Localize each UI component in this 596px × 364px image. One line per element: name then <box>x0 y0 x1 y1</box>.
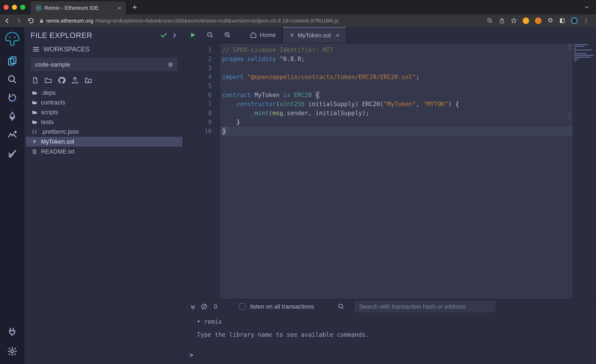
terminal-clear-icon[interactable] <box>201 303 207 310</box>
terminal-line: remix <box>204 318 222 325</box>
browser-forward-button[interactable] <box>15 17 22 24</box>
line-number: 7 <box>184 100 212 109</box>
rail-search[interactable] <box>7 74 18 85</box>
extension-icon-2[interactable] <box>535 17 542 24</box>
run-script-button[interactable] <box>184 27 201 43</box>
browser-tab-active[interactable]: Remix - Ethereum IDE × <box>31 1 126 15</box>
rail-plugin-manager[interactable] <box>7 326 18 337</box>
line-number: 9 <box>184 118 212 127</box>
bookmark-star-icon[interactable] <box>511 18 517 24</box>
json-file-icon <box>31 129 38 135</box>
tab-mytoken[interactable]: MyToken.sol × <box>283 27 346 43</box>
window-close-button[interactable] <box>4 5 9 10</box>
profile-avatar-icon[interactable] <box>571 17 578 24</box>
file-actions-bar <box>24 75 184 88</box>
zoom-icon[interactable] <box>487 18 493 24</box>
code-token: ERC20 <box>294 92 312 99</box>
remix-logo-icon[interactable] <box>4 31 21 48</box>
window-controls <box>4 5 31 10</box>
tab-home[interactable]: Home <box>244 27 283 43</box>
tree-file-mytoken[interactable]: MyToken.sol <box>26 137 182 147</box>
listen-checkbox[interactable] <box>239 303 246 310</box>
rail-file-explorer[interactable] <box>7 56 18 66</box>
terminal-search-input[interactable]: Search with transaction hash or address <box>355 301 495 313</box>
tab-close-icon[interactable]: × <box>101 5 121 12</box>
rail-compiler[interactable] <box>7 92 18 103</box>
rail-unit-testing[interactable] <box>7 148 18 159</box>
extensions-puzzle-icon[interactable] <box>547 18 553 24</box>
svg-point-8 <box>586 22 587 23</box>
line-number-gutter: 1 2 3 4 5 6 7 8 9 10 <box>184 43 220 299</box>
terminal-search-icon[interactable] <box>338 303 344 310</box>
solidity-file-icon <box>289 33 295 38</box>
svg-rect-5 <box>560 19 562 23</box>
workspaces-menu-icon[interactable] <box>32 46 40 53</box>
browser-back-button[interactable] <box>4 17 10 24</box>
zoom-out-button[interactable] <box>201 27 219 43</box>
code-area[interactable]: // SPDX-License-Identifier: MIT pragma s… <box>220 43 596 299</box>
editor-minimap[interactable] <box>573 43 596 299</box>
terminal-output[interactable]: • remix Type the library name to see ava… <box>184 314 596 351</box>
github-icon[interactable] <box>58 76 66 84</box>
solidity-file-icon <box>31 139 38 144</box>
workspaces-label: WORKSPACES <box>44 45 89 53</box>
tree-folder-scripts[interactable]: scripts <box>26 107 182 117</box>
code-token: { <box>452 101 459 108</box>
code-token: pragma <box>222 55 244 62</box>
browser-url-input[interactable]: remix.ethereum.org/#lang=en&optimize=fal… <box>34 18 487 24</box>
workspace-selector[interactable]: code-sample <box>30 58 178 71</box>
tab-label: MyToken.sol <box>298 32 331 39</box>
tree-folder-tests[interactable]: tests <box>26 117 182 127</box>
terminal-prompt[interactable]: > <box>184 351 596 364</box>
new-tab-button[interactable]: + <box>128 3 141 12</box>
line-number: 5 <box>184 81 212 91</box>
panel-toggle-icon[interactable] <box>559 18 565 24</box>
code-token: solidity <box>247 55 276 62</box>
code-token: is <box>283 92 291 99</box>
tree-folder-deps[interactable]: .deps <box>26 88 182 98</box>
search-placeholder: Search with transaction hash or address <box>359 303 466 310</box>
tab-dropdown-icon[interactable] <box>584 4 592 10</box>
upload-folder-icon[interactable] <box>84 76 92 84</box>
tab-close-icon[interactable]: × <box>334 32 339 39</box>
window-minimize-button[interactable] <box>12 5 17 10</box>
svg-point-13 <box>8 76 14 81</box>
code-token: "MyToken" <box>384 101 416 108</box>
rail-deploy[interactable] <box>7 111 18 122</box>
upload-icon[interactable] <box>71 76 79 84</box>
code-token: ( <box>269 109 272 116</box>
home-icon <box>250 32 257 38</box>
tree-file-prettierrc[interactable]: .prettierrc.json <box>26 127 182 137</box>
code-token: ^0.8.0 <box>280 55 301 62</box>
rail-settings[interactable] <box>7 346 18 357</box>
window-maximize-button[interactable] <box>20 5 25 10</box>
new-file-icon[interactable] <box>32 76 39 84</box>
tree-file-readme[interactable]: README.txt <box>26 147 182 156</box>
svg-rect-1 <box>40 21 43 23</box>
extension-icon-1[interactable] <box>523 17 529 24</box>
new-folder-icon[interactable] <box>44 76 52 84</box>
terminal-expand-icon[interactable] <box>190 303 196 310</box>
code-token <box>222 109 251 116</box>
code-token: ; <box>366 109 369 116</box>
terminal-toolbar: 0 listen on all transactions Search with… <box>184 299 596 314</box>
rail-debugger[interactable] <box>7 129 18 140</box>
tree-folder-contracts[interactable]: contracts <box>26 98 182 107</box>
code-token: } <box>222 127 226 135</box>
zoom-in-button[interactable] <box>219 27 236 43</box>
editor-scrollbar[interactable] <box>567 43 572 299</box>
tree-label: tests <box>41 119 54 125</box>
main-area: Home MyToken.sol × 1 2 3 4 5 6 7 8 9 <box>184 27 596 364</box>
code-token: msg <box>272 109 283 116</box>
line-number: 2 <box>184 54 212 64</box>
code-editor[interactable]: 1 2 3 4 5 6 7 8 9 10 // SPDX-License-Ide… <box>184 43 596 299</box>
browser-menu-icon[interactable] <box>583 18 589 23</box>
browser-reload-button[interactable] <box>27 17 34 24</box>
tree-label: contracts <box>41 99 65 106</box>
icon-rail <box>0 27 24 364</box>
remix-favicon-icon <box>35 5 42 11</box>
panel-check-icon[interactable] <box>160 32 168 39</box>
panel-collapse-icon[interactable] <box>171 32 178 39</box>
line-number: 1 <box>184 45 212 54</box>
share-icon[interactable] <box>499 18 505 24</box>
